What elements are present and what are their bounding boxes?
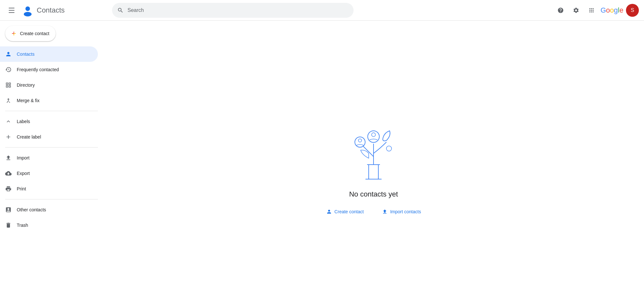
app-logo: Contacts (21, 4, 65, 17)
sidebar-item-merge-fix[interactable]: Merge & fix (0, 93, 98, 108)
directory-label: Directory (17, 82, 35, 88)
help-button[interactable] (554, 4, 567, 17)
grid-icon (5, 82, 12, 88)
app-name-label: Contacts (37, 6, 65, 14)
hamburger-line-3 (9, 12, 14, 13)
merge-icon (5, 97, 12, 104)
main-content: No contacts yet Create contact Import co… (103, 21, 644, 308)
google-logo-text: Google (601, 6, 623, 14)
sidebar-item-export[interactable]: Export (0, 166, 98, 181)
import-icon (5, 155, 12, 161)
sidebar-divider-1 (5, 111, 98, 111)
sidebar: + Create contact Contacts Frequently con… (0, 21, 103, 308)
hamburger-line-1 (9, 8, 14, 8)
create-contact-link[interactable]: Create contact (321, 206, 369, 217)
other-contacts-icon (5, 207, 12, 213)
plus-icon: + (12, 29, 16, 38)
frequently-contacted-label: Frequently contacted (17, 67, 59, 72)
main-layout: + Create contact Contacts Frequently con… (0, 21, 644, 308)
sidebar-item-import[interactable]: Import (0, 150, 98, 166)
hamburger-button[interactable] (5, 4, 18, 17)
help-icon (557, 7, 564, 14)
create-contact-link-label: Create contact (335, 209, 364, 214)
other-contacts-label: Other contacts (17, 207, 46, 212)
sidebar-divider-2 (5, 147, 98, 148)
person-icon (5, 51, 12, 57)
apps-icon (588, 7, 595, 14)
sidebar-item-contacts[interactable]: Contacts (0, 46, 98, 62)
labels-header[interactable]: Labels (0, 114, 103, 129)
settings-button[interactable] (570, 4, 582, 17)
sidebar-divider-3 (5, 199, 98, 199)
gear-icon (573, 7, 579, 14)
hamburger-line-2 (9, 10, 14, 11)
add-icon (5, 134, 12, 140)
search-icon (117, 7, 124, 14)
trash-label: Trash (17, 223, 28, 228)
merge-fix-label: Merge & fix (17, 98, 40, 103)
print-icon (5, 186, 12, 192)
empty-state-illustration (341, 111, 406, 182)
empty-state-title: No contacts yet (349, 190, 398, 198)
print-label: Print (17, 186, 26, 191)
export-label: Export (17, 171, 30, 176)
svg-rect-3 (369, 165, 378, 179)
export-icon (5, 170, 12, 177)
sidebar-item-directory[interactable]: Directory (0, 77, 98, 93)
search-container (112, 3, 354, 18)
import-contacts-link-label: Import contacts (390, 209, 421, 214)
contacts-label: Contacts (17, 52, 34, 57)
empty-actions: Create contact Import contacts (321, 206, 426, 217)
create-label-item[interactable]: Create label (0, 129, 98, 145)
sidebar-item-frequently-contacted[interactable]: Frequently contacted (0, 62, 98, 77)
svg-point-1 (25, 6, 30, 11)
header-left: Contacts (5, 4, 108, 17)
user-avatar-button[interactable]: S (626, 4, 639, 17)
import-label: Import (17, 155, 30, 160)
sidebar-item-print[interactable]: Print (0, 181, 98, 197)
chevron-up-icon (5, 118, 12, 125)
create-contact-label: Create contact (20, 31, 49, 36)
contacts-logo-icon (21, 4, 34, 17)
search-input[interactable] (128, 7, 348, 13)
apps-button[interactable] (585, 4, 598, 17)
create-contact-link-icon (326, 209, 332, 215)
import-contacts-link[interactable]: Import contacts (377, 206, 426, 217)
create-contact-button[interactable]: + Create contact (5, 26, 56, 41)
history-icon (5, 66, 12, 73)
create-label-label: Create label (17, 134, 41, 140)
svg-point-10 (386, 146, 392, 151)
sidebar-item-trash[interactable]: Trash (0, 217, 98, 233)
sidebar-item-other-contacts[interactable]: Other contacts (0, 202, 98, 217)
svg-point-2 (24, 12, 32, 16)
import-contacts-link-icon (382, 209, 388, 215)
trash-icon (5, 222, 12, 228)
header-actions: Google S (554, 4, 639, 17)
search-bar (112, 3, 354, 18)
app-header: Contacts Google S (0, 0, 644, 21)
labels-label: Labels (17, 119, 30, 124)
